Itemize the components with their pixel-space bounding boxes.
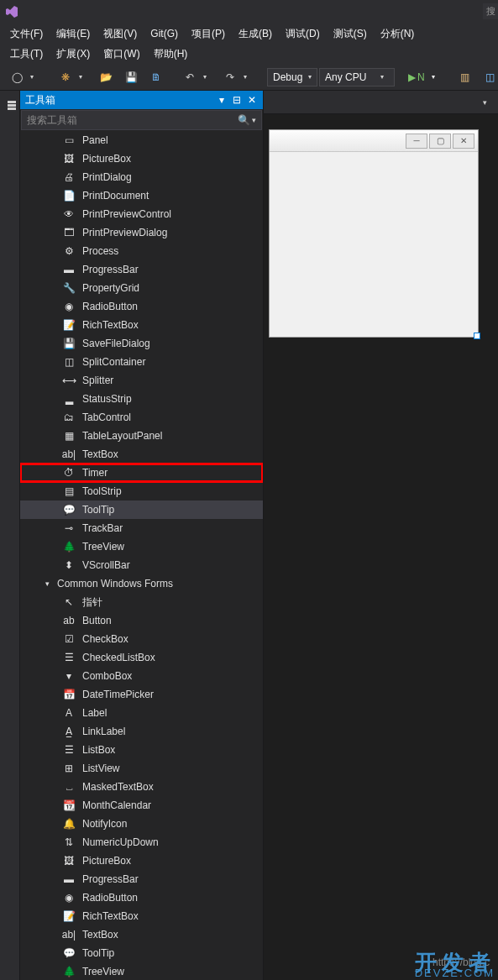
menu-item[interactable]: 视图(V): [98, 25, 142, 43]
search-icon[interactable]: 🔍: [238, 114, 250, 126]
toolbox-item[interactable]: 💬ToolTip: [20, 944, 263, 962]
menu-item[interactable]: 工具(T): [5, 45, 48, 63]
toolbox-item[interactable]: ⏱Timer: [20, 464, 263, 482]
toolbox-item[interactable]: ab|TextBox: [20, 445, 263, 464]
toolbox-item[interactable]: ▂StatusStrip: [20, 390, 263, 408]
close-button[interactable]: ✕: [453, 134, 474, 149]
platform-dropdown[interactable]: Any CPU▾: [319, 68, 395, 86]
toolbox-item[interactable]: 🌲TreeView: [20, 962, 263, 980]
menu-item[interactable]: Git(G): [145, 26, 183, 41]
menu-item[interactable]: 项目(P): [186, 25, 230, 43]
toolbox-item[interactable]: ab|TextBox: [20, 925, 263, 944]
toolbox-item[interactable]: 🖨PrintDialog: [20, 168, 263, 186]
toolbox-item[interactable]: 💾SaveFileDialog: [20, 334, 263, 353]
new-button[interactable]: ❋▾: [54, 67, 92, 87]
toolbox-item[interactable]: ☰ListBox: [20, 741, 263, 759]
svg-rect-2: [8, 107, 16, 110]
maximize-button[interactable]: ▢: [429, 134, 451, 149]
form-designer[interactable]: ─ ▢ ✕: [269, 129, 479, 338]
toolbox-item[interactable]: ▭Panel: [20, 131, 263, 149]
item-label: TextBox: [82, 448, 118, 460]
toolbox-item[interactable]: 🌲TreeView: [20, 537, 263, 556]
toolbox-item[interactable]: 🗂TabControl: [20, 408, 263, 427]
toolbox-item[interactable]: 💬ToolTip: [20, 500, 263, 519]
toolbox-item[interactable]: ⬍VScrollBar: [20, 556, 263, 574]
config-dropdown[interactable]: Debug▾: [267, 68, 317, 86]
toolbox-item[interactable]: ▦TableLayoutPanel: [20, 427, 263, 445]
titlebar: [0, 0, 498, 24]
open-button[interactable]: 📂: [94, 67, 118, 87]
item-label: Panel: [82, 134, 108, 146]
search-input[interactable]: [27, 114, 238, 126]
menu-item[interactable]: 编辑(E): [51, 25, 95, 43]
toolbox-item[interactable]: ▬ProgressBar: [20, 260, 263, 279]
toolbox-item[interactable]: ◉RadioButton: [20, 888, 263, 907]
toolbox-item[interactable]: ◉RadioButton: [20, 297, 263, 316]
toolbox-search[interactable]: 🔍 ▾: [21, 110, 262, 130]
menu-item[interactable]: 分析(N): [375, 25, 420, 43]
toolbox-item[interactable]: ▬ProgressBar: [20, 870, 263, 888]
toolbox-item[interactable]: ☰CheckedListBox: [20, 648, 263, 667]
minimize-button[interactable]: ─: [406, 134, 427, 149]
pin-icon[interactable]: ⊟: [231, 94, 243, 106]
search-partial[interactable]: 搜: [483, 3, 498, 19]
menu-item[interactable]: 生成(B): [233, 25, 277, 43]
side-tab-datasource[interactable]: [0, 94, 19, 116]
form-body[interactable]: [270, 152, 478, 337]
toolbox-item[interactable]: 📝RichTextBox: [20, 316, 263, 334]
toolbar-button-a[interactable]: ▥: [453, 67, 477, 87]
dropdown-icon[interactable]: ▾: [216, 94, 228, 106]
toolbox-group[interactable]: ▾Common Windows Forms: [20, 574, 263, 593]
menu-item[interactable]: 帮助(H): [149, 45, 193, 63]
toolbox-item[interactable]: abButton: [20, 611, 263, 630]
close-icon[interactable]: ✕: [246, 94, 258, 106]
menu-item[interactable]: 扩展(X): [51, 45, 95, 63]
menu-item[interactable]: 文件(F): [5, 25, 48, 43]
toolbox-item[interactable]: 📄PrintDocument: [20, 186, 263, 205]
toolbox-item[interactable]: ▤ToolStrip: [20, 482, 263, 500]
toolbox-item[interactable]: 🔧PropertyGrid: [20, 279, 263, 297]
chevron-down-icon[interactable]: ▾: [252, 116, 256, 124]
undo-button[interactable]: ↶▾: [178, 67, 217, 87]
toolbox-item[interactable]: 🔔NotifyIcon: [20, 815, 263, 833]
item-label: PrintPreviewDialog: [82, 227, 167, 238]
item-label: Splitter: [82, 375, 113, 386]
toolbox-item[interactable]: ☑CheckBox: [20, 630, 263, 648]
toolbox-item[interactable]: ⇅NumericUpDown: [20, 833, 263, 852]
chevron-down-icon[interactable]: ▾: [478, 96, 491, 109]
item-icon: ◉: [62, 300, 76, 313]
toolbox-item[interactable]: ⎵MaskedTextBox: [20, 778, 263, 796]
back-button[interactable]: ◯▾: [5, 67, 44, 87]
menu-item[interactable]: 窗口(W): [98, 45, 144, 63]
redo-button[interactable]: ↷▾: [218, 67, 257, 87]
toolbox-item[interactable]: 👁PrintPreviewControl: [20, 205, 263, 223]
save-button[interactable]: 💾: [119, 67, 143, 87]
item-icon: A̲: [62, 725, 76, 738]
toolbox-item[interactable]: 📝RichTextBox: [20, 907, 263, 925]
toolbox-item[interactable]: ALabel: [20, 704, 263, 722]
item-icon: 🖼: [62, 854, 76, 867]
toolbox-item[interactable]: ◫SplitContainer: [20, 353, 263, 371]
toolbox-item[interactable]: ↖指针: [20, 593, 263, 611]
toolbox-item[interactable]: ▾ComboBox: [20, 667, 263, 685]
toolbox-item[interactable]: 🖼PictureBox: [20, 852, 263, 870]
toolbox-item[interactable]: 🗔PrintPreviewDialog: [20, 223, 263, 242]
menu-item[interactable]: 测试(S): [328, 25, 372, 43]
toolbox-item[interactable]: 📅DateTimePicker: [20, 685, 263, 704]
toolbar-button-b[interactable]: ◫: [479, 67, 498, 87]
toolbox-item[interactable]: ⟷Splitter: [20, 371, 263, 390]
toolbox-item[interactable]: 📆MonthCalendar: [20, 796, 263, 815]
toolbox-tree[interactable]: ▭Panel🖼PictureBox🖨PrintDialog📄PrintDocum…: [20, 131, 263, 980]
config-value: Debug: [273, 71, 302, 83]
toolbox-item[interactable]: 🖼PictureBox: [20, 149, 263, 168]
item-icon: 📄: [62, 189, 76, 202]
toolbox-item[interactable]: ⚙Process: [20, 242, 263, 260]
start-button[interactable]: ▶N▾: [405, 69, 443, 86]
toolbox-item[interactable]: A̲LinkLabel: [20, 722, 263, 741]
item-label: Label: [82, 707, 107, 719]
toolbox-item[interactable]: ⊞ListView: [20, 759, 263, 778]
menu-item[interactable]: 调试(D): [280, 25, 325, 43]
toolbox-item[interactable]: ⊸TrackBar: [20, 519, 263, 537]
item-icon: ▦: [62, 429, 76, 443]
save-all-button[interactable]: 🗎: [144, 67, 168, 87]
